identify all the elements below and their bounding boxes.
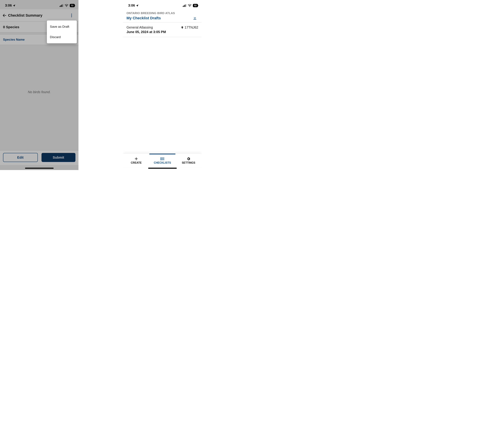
location-pin-icon xyxy=(181,26,184,29)
bottom-nav: CREATE CHECKLISTS SETTINGS xyxy=(123,153,202,167)
list-icon xyxy=(160,157,164,161)
page-title: Checklist Summary xyxy=(8,13,71,18)
screenshot-gap xyxy=(78,0,123,170)
save-as-draft-menu-item[interactable]: Save as Draft xyxy=(47,21,77,32)
overflow-menu-button[interactable] xyxy=(71,13,76,17)
svg-point-10 xyxy=(161,157,161,158)
right-phone-screen: 3:06 52 ONTARIO BREEDING BIRD ATLAS My C… xyxy=(123,0,202,170)
wifi-icon xyxy=(188,4,191,7)
location-arrow-icon xyxy=(13,4,15,7)
wifi-icon xyxy=(65,4,68,7)
nav-create[interactable]: CREATE xyxy=(123,154,149,167)
app-bar: Checklist Summary xyxy=(0,9,78,22)
svg-point-1 xyxy=(71,13,72,14)
edit-button[interactable]: Edit xyxy=(3,153,38,162)
status-bar: 3:06 52 xyxy=(123,0,202,9)
draft-datetime: June 05, 2024 at 3:05 PM xyxy=(127,30,198,34)
location-arrow-icon xyxy=(136,4,139,7)
back-button[interactable] xyxy=(2,13,8,18)
submit-button[interactable]: Submit xyxy=(41,153,76,162)
draft-location-code: 17TNJ62 xyxy=(185,26,198,29)
download-button[interactable] xyxy=(192,15,198,20)
gear-icon xyxy=(186,157,191,161)
battery-icon: 52 xyxy=(193,4,198,7)
overflow-menu-popup: Save as Draft Discard xyxy=(47,20,77,43)
plus-icon xyxy=(134,157,138,161)
svg-point-11 xyxy=(161,159,161,159)
status-time: 3:06 xyxy=(5,4,12,7)
left-phone-screen: 3:06 52 Checklist Summary 0 Species Spec… xyxy=(0,0,78,170)
bottom-button-bar: Edit Submit xyxy=(0,150,78,165)
home-indicator xyxy=(148,168,177,169)
atlas-project-label: ONTARIO BREEDING BIRD ATLAS xyxy=(127,12,192,15)
home-indicator xyxy=(25,168,54,169)
status-time: 3:06 xyxy=(128,4,135,7)
draft-type: General Atlassing xyxy=(127,26,153,29)
svg-point-3 xyxy=(71,16,72,17)
nav-checklists-label: CHECKLISTS xyxy=(154,161,171,164)
battery-icon: 52 xyxy=(70,4,75,7)
nav-settings-label: SETTINGS xyxy=(182,161,195,164)
svg-rect-4 xyxy=(194,19,196,20)
nav-create-label: CREATE xyxy=(131,161,142,164)
svg-point-2 xyxy=(71,15,72,16)
nav-checklists[interactable]: CHECKLISTS xyxy=(149,154,176,167)
drafts-header: ONTARIO BREEDING BIRD ATLAS My Checklist… xyxy=(123,9,202,22)
cellular-signal-icon xyxy=(183,4,186,7)
status-bar: 3:06 52 xyxy=(0,0,78,9)
discard-menu-item[interactable]: Discard xyxy=(47,32,77,42)
empty-state-text: No birds found. xyxy=(0,45,78,139)
draft-list-item[interactable]: General Atlassing 17TNJ62 June 05, 2024 … xyxy=(123,22,202,37)
nav-settings[interactable]: SETTINGS xyxy=(175,154,202,167)
svg-point-12 xyxy=(161,159,161,160)
drafts-title: My Checklist Drafts xyxy=(127,16,192,20)
cellular-signal-icon xyxy=(60,4,63,7)
